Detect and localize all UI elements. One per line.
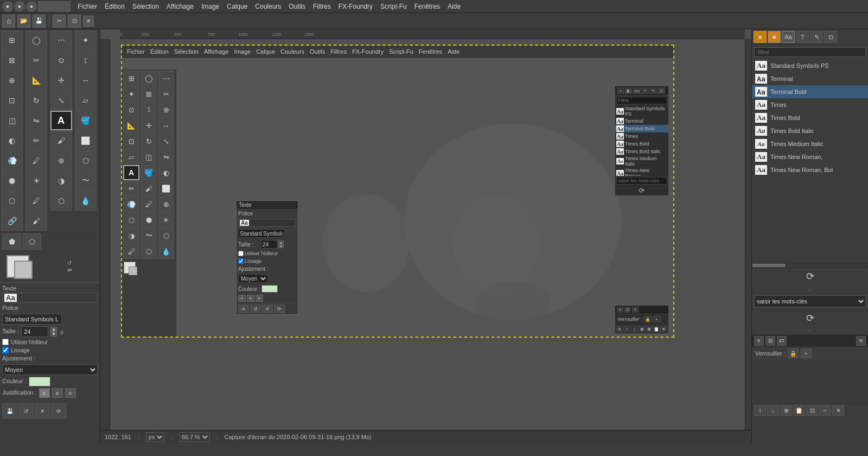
tool-smudge[interactable]: 〜: [75, 171, 97, 191]
inner-tool-21[interactable]: ◐: [158, 165, 174, 180]
zoom-select[interactable]: 66,7 %: [179, 432, 210, 442]
keyword-search-select[interactable]: saisir les mots-clés: [754, 295, 866, 307]
font-item-times-new-roman[interactable]: Aa Times New Roman,: [752, 150, 868, 163]
ifd-font-terminal-bold[interactable]: Aa Terminal Bold: [615, 125, 668, 132]
tool-blend[interactable]: ◐: [1, 131, 23, 150]
tool-paintbrush[interactable]: 🖌: [50, 131, 72, 150]
ilp-abtn-3[interactable]: ↓: [631, 326, 638, 332]
tool-heal[interactable]: ⬡: [75, 151, 97, 170]
inner-tool-2[interactable]: ◯: [141, 71, 157, 86]
ftp-just-right[interactable]: ≡: [256, 295, 263, 302]
tool-crop[interactable]: ⊡: [1, 91, 23, 110]
tool-zoom[interactable]: ⊕: [1, 71, 23, 90]
inner-tool-34[interactable]: 🖊: [123, 244, 139, 259]
inner-menu-fichier[interactable]: Fichier: [124, 48, 148, 55]
font-list-scrollbar[interactable]: [752, 263, 868, 268]
tool-ellipse-select[interactable]: ◯: [25, 30, 47, 50]
tool-fuzzy-select[interactable]: ✦: [75, 30, 97, 50]
font-item-standard-symbols[interactable]: Aa Standard Symbols PS: [752, 59, 868, 72]
tool-scale[interactable]: ⤡: [50, 91, 72, 110]
justify-right-btn[interactable]: ≡: [65, 388, 76, 398]
ifd-icon-5[interactable]: ✎: [649, 87, 657, 94]
inner-menu-couleurs[interactable]: Couleurs: [278, 48, 307, 55]
menu-filtres[interactable]: Filtres: [309, 2, 335, 11]
inner-menu-outils[interactable]: Outils: [307, 48, 328, 55]
ilp-icon-3[interactable]: ✕: [632, 307, 639, 313]
inner-tool-29[interactable]: ⬢: [141, 212, 157, 227]
toolbar-x-btn[interactable]: ✕: [83, 16, 94, 27]
tool-shear[interactable]: ▱: [75, 91, 97, 110]
tool-pencil[interactable]: ✏: [25, 131, 47, 150]
rpanel-icon-fill[interactable]: ■: [768, 31, 781, 43]
inner-menu-fxfoundry[interactable]: FX-Foundry: [349, 48, 386, 55]
ifd-icon-2[interactable]: ◧: [625, 87, 633, 94]
swap-colors[interactable]: ⇄: [67, 267, 72, 273]
font-name-input[interactable]: [2, 314, 62, 325]
ilp-abtn-7[interactable]: ✕: [660, 326, 667, 332]
inner-menu-selection[interactable]: Sélection: [171, 48, 201, 55]
refresh-btn-2[interactable]: ⟳: [806, 312, 814, 324]
lock-btn-2[interactable]: +: [801, 349, 812, 358]
ifd-font-terminal[interactable]: Aa Terminal: [615, 117, 668, 125]
toolbar-cut[interactable]: ✂: [53, 15, 66, 28]
ftp-action-1[interactable]: A: [238, 305, 249, 313]
inner-tool-16[interactable]: ▱: [123, 149, 139, 164]
inner-tool-11[interactable]: ✛: [141, 118, 157, 133]
tool-path3[interactable]: ⬠: [22, 233, 41, 250]
ilp-abtn-4[interactable]: ⊕: [639, 326, 646, 332]
adjustment-select[interactable]: Moyen: [2, 364, 98, 375]
inner-menu-edition[interactable]: Édition: [148, 48, 171, 55]
inner-tool-20[interactable]: 🪣: [141, 165, 157, 180]
ilp-abtn-6[interactable]: 📋: [653, 326, 660, 332]
inner-tool-25[interactable]: 💨: [123, 197, 139, 212]
tool-free-select[interactable]: ⋯: [50, 30, 72, 50]
bg-color-swatch[interactable]: [14, 261, 33, 279]
menu-calque[interactable]: Calque: [223, 2, 251, 11]
tool-extra5[interactable]: 🔗: [1, 211, 23, 231]
tool-airbrush[interactable]: 💨: [1, 151, 23, 170]
inner-tool-23[interactable]: 🖌: [141, 181, 157, 196]
menu-selection[interactable]: Sélection: [129, 2, 163, 11]
ftp-action-3[interactable]: ✕: [262, 305, 273, 313]
inner-tool-10[interactable]: 📐: [123, 118, 139, 133]
lh-icon-grid[interactable]: ⊟: [765, 336, 775, 346]
scrollbar-thumb[interactable]: [752, 264, 785, 267]
la-btn-4[interactable]: 📋: [793, 405, 805, 416]
reset-colors[interactable]: ↺: [67, 260, 72, 266]
ifd-font-times-bold-italic[interactable]: Aa Times Bold Italic: [615, 148, 668, 155]
tools-delete-btn[interactable]: ✕: [35, 403, 50, 419]
ftp-size-input[interactable]: [261, 240, 277, 249]
inner-tool-12[interactable]: ↔: [158, 118, 174, 133]
size-down-btn[interactable]: ▼: [50, 332, 57, 337]
menu-couleurs[interactable]: Couleurs: [251, 2, 285, 11]
inner-bg-swatch[interactable]: [129, 267, 137, 275]
font-item-times-new-roman-bol[interactable]: Aa Times New Roman, Bol: [752, 163, 868, 176]
rpanel-icon-help[interactable]: ?: [796, 31, 809, 43]
la-btn-7[interactable]: ✕: [832, 405, 844, 416]
ifd-search-input[interactable]: [616, 177, 667, 185]
menu-scriptfu[interactable]: Script-Fu: [376, 2, 411, 11]
inner-tool-28[interactable]: ⬡: [123, 212, 139, 227]
inner-tool-33[interactable]: ⬡: [158, 228, 174, 243]
lock-btn-1[interactable]: 🔒: [788, 349, 799, 358]
font-item-times-bold-italic[interactable]: Aa Times Bold Italic: [752, 124, 868, 137]
tool-bucket[interactable]: 🪣: [75, 111, 97, 130]
font-item-times[interactable]: Aa Times: [752, 98, 868, 111]
ftp-font-input[interactable]: [238, 229, 284, 238]
text-color-box[interactable]: [29, 377, 50, 387]
inner-tool-5[interactable]: ⊠: [141, 86, 157, 102]
inner-tool-32[interactable]: 〜: [141, 228, 157, 243]
inner-tool-30[interactable]: ☀: [158, 212, 174, 227]
ifd-font-standard-symbols[interactable]: Aa Standard Symbols PS: [615, 105, 668, 117]
menu-affichage[interactable]: Affichage: [163, 2, 197, 11]
tool-dodge[interactable]: ☀: [25, 171, 47, 191]
tool-perspective[interactable]: ◫: [1, 111, 23, 130]
inner-tool-24[interactable]: ⬜: [158, 181, 174, 196]
tool-extra3[interactable]: ⬡: [50, 191, 72, 211]
inner-tool-27[interactable]: ⊕: [158, 197, 174, 212]
inner-tool-22[interactable]: ✏: [123, 181, 139, 196]
inner-tool-3[interactable]: ⋯: [158, 71, 174, 86]
font-item-terminal[interactable]: Aa Terminal: [752, 72, 868, 85]
tool-burn[interactable]: ◑: [50, 171, 72, 191]
font-size-input[interactable]: [21, 326, 48, 337]
